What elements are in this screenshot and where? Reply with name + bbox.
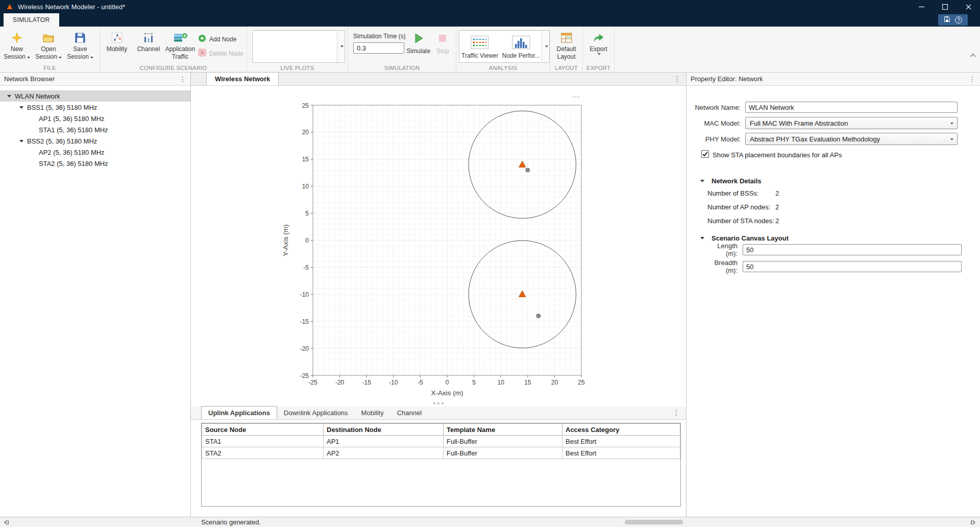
applications-table: Source Node Destination Node Template Na…: [202, 423, 680, 459]
svg-text:15: 15: [524, 379, 531, 386]
channel-button[interactable]: Channel: [133, 29, 164, 53]
svg-text:10: 10: [302, 183, 309, 190]
show-sta-boundaries-checkbox[interactable]: [701, 150, 709, 159]
mobility-button[interactable]: Mobility: [101, 29, 133, 53]
ribbon-section-configure: Mobility Channel Application Traffic Add…: [100, 27, 247, 72]
tab-mobility[interactable]: Mobility: [355, 406, 390, 419]
quick-access-toolbar: ?: [938, 14, 968, 26]
application-traffic-icon: [173, 30, 188, 45]
breadth-label: Breadth (m):: [705, 259, 738, 274]
gallery-dropdown-button[interactable]: [337, 31, 345, 62]
gallery-dropdown-button[interactable]: [542, 31, 549, 62]
app-icon: [6, 3, 13, 10]
mac-model-dropdown[interactable]: Full MAC With Frame Abstraction: [745, 117, 958, 129]
sta-count-value: 2: [775, 217, 779, 225]
help-icon[interactable]: ?: [955, 16, 962, 23]
tree-expander-icon[interactable]: [19, 106, 23, 109]
tree-item-ap2[interactable]: AP2 (5, 36) 5180 MHz: [0, 147, 190, 158]
mobility-icon: [110, 30, 124, 45]
mac-model-label: MAC Model:: [687, 119, 745, 127]
minimize-button[interactable]: [910, 0, 933, 13]
add-node-button[interactable]: Add Node: [198, 34, 243, 44]
svg-text:-5: -5: [303, 264, 309, 271]
network-canvas-plot[interactable]: -25-20-15-10-50510152025-25-20-15-10-505…: [280, 98, 589, 400]
tree-item-wlan-network[interactable]: WLAN Network: [0, 90, 190, 102]
collapse-right-panel-icon[interactable]: [970, 519, 976, 525]
quick-save-icon[interactable]: [944, 15, 950, 25]
panel-menu-icon[interactable]: ⋮: [179, 76, 186, 83]
ribbon-section-simulation: Simulation Time (s) Simulate Stop SIMULA…: [348, 27, 456, 72]
collapse-left-panel-icon[interactable]: [3, 519, 9, 525]
analysis-gallery: Traffic Viewer Node Perfor...: [459, 30, 550, 63]
section-collapse-icon: [700, 237, 704, 239]
length-input[interactable]: [743, 244, 962, 255]
stop-button[interactable]: Stop: [431, 29, 455, 55]
tree-expander-icon[interactable]: [19, 140, 23, 142]
delete-node-icon: [198, 49, 206, 58]
tree-expander-icon[interactable]: [7, 95, 11, 98]
simulation-time-input[interactable]: [353, 42, 404, 54]
panel-menu-icon[interactable]: ⋮: [674, 75, 681, 82]
tree-item-bss2[interactable]: BSS2 (5, 36) 5180 MHz: [0, 135, 190, 147]
panel-splitter-handle[interactable]: [433, 402, 444, 404]
status-message: Scenario generated.: [201, 518, 261, 526]
property-editor-title: Property Editor: Network: [691, 75, 763, 83]
traffic-viewer-button[interactable]: Traffic Viewer: [459, 31, 501, 62]
delete-node-button[interactable]: Delete Node: [198, 49, 243, 58]
svg-text:5: 5: [472, 379, 476, 386]
tree-item-label: STA2 (5, 36) 5180 MHz: [39, 160, 108, 167]
tree-item-label: BSS2 (5, 36) 5180 MHz: [27, 137, 97, 145]
tab-channel[interactable]: Channel: [390, 406, 428, 419]
add-node-icon: [198, 34, 206, 44]
application-traffic-button[interactable]: Application Traffic: [164, 29, 196, 61]
panel-menu-icon[interactable]: ⋮: [673, 409, 680, 416]
tree-item-ap1[interactable]: AP1 (5, 36) 5180 MHz: [0, 113, 190, 124]
ribbon-tabstrip: SIMULATOR ?: [0, 13, 980, 27]
detail-row-bss-count: Number of BSSs: 2: [687, 186, 980, 200]
default-layout-button[interactable]: Default Layout: [551, 29, 581, 61]
close-button[interactable]: [957, 0, 980, 13]
tree-item-sta2[interactable]: STA2 (5, 36) 5180 MHz: [0, 158, 190, 169]
tree-item-bss1[interactable]: BSS1 (5, 36) 5180 MHz: [0, 102, 190, 113]
column-header-template-name: Template Name: [444, 424, 562, 436]
table-row[interactable]: STA1 AP1 Full-Buffer Best Effort: [202, 436, 680, 447]
save-session-button[interactable]: Save Session: [64, 29, 96, 61]
tab-downlink-applications[interactable]: Downlink Applications: [277, 406, 355, 419]
tab-uplink-applications[interactable]: Uplink Applications: [201, 406, 277, 419]
window-title: Wireless Network Modeler - untitled*: [18, 3, 125, 11]
ribbon-toolbar: New Session Open Session Save Session FI…: [0, 27, 980, 73]
horizontal-scrollbar[interactable]: [625, 520, 683, 524]
export-button[interactable]: Export: [584, 29, 613, 55]
svg-text:X-Axis (m): X-Axis (m): [431, 389, 463, 397]
detail-row-ap-count: Number of AP nodes: 2: [687, 200, 980, 214]
node-performance-button[interactable]: Node Perfor...: [501, 31, 542, 62]
chevron-down-icon: [545, 45, 548, 47]
new-session-button[interactable]: New Session: [1, 29, 33, 61]
svg-text:-10: -10: [389, 379, 398, 386]
tab-simulator[interactable]: SIMULATOR: [4, 13, 59, 27]
svg-text:5: 5: [305, 210, 309, 217]
breadth-input[interactable]: [743, 261, 962, 272]
svg-text:-20: -20: [300, 345, 309, 352]
simulate-play-icon: [412, 32, 425, 46]
panel-menu-icon[interactable]: ⋮: [969, 76, 976, 83]
network-details-section-header[interactable]: Network Details: [687, 177, 980, 185]
live-plots-gallery[interactable]: [252, 30, 345, 63]
length-label: Length (m):: [705, 242, 738, 257]
tab-wireless-network[interactable]: Wireless Network: [206, 72, 279, 85]
tree-item-sta1[interactable]: STA1 (5, 36) 5180 MHz: [0, 124, 190, 135]
network-name-input[interactable]: [745, 102, 958, 113]
phy-model-dropdown[interactable]: Abstract PHY TGax Evaluation Methodology: [745, 133, 958, 145]
chevron-down-icon: [90, 57, 93, 59]
scenario-canvas-layout-section-header[interactable]: Scenario Canvas Layout: [687, 234, 980, 242]
simulate-button[interactable]: Simulate: [406, 29, 431, 55]
collapse-ribbon-button[interactable]: [970, 50, 976, 59]
maximize-button[interactable]: [933, 0, 957, 13]
table-row[interactable]: STA2 AP2 Full-Buffer Best Effort: [202, 447, 680, 459]
svg-text:0: 0: [305, 237, 309, 244]
new-session-icon: [10, 30, 23, 45]
open-folder-icon: [42, 30, 55, 45]
ribbon-filler: [615, 27, 980, 72]
open-session-button[interactable]: Open Session: [33, 29, 64, 61]
section-label-layout: LAYOUT: [550, 65, 582, 71]
